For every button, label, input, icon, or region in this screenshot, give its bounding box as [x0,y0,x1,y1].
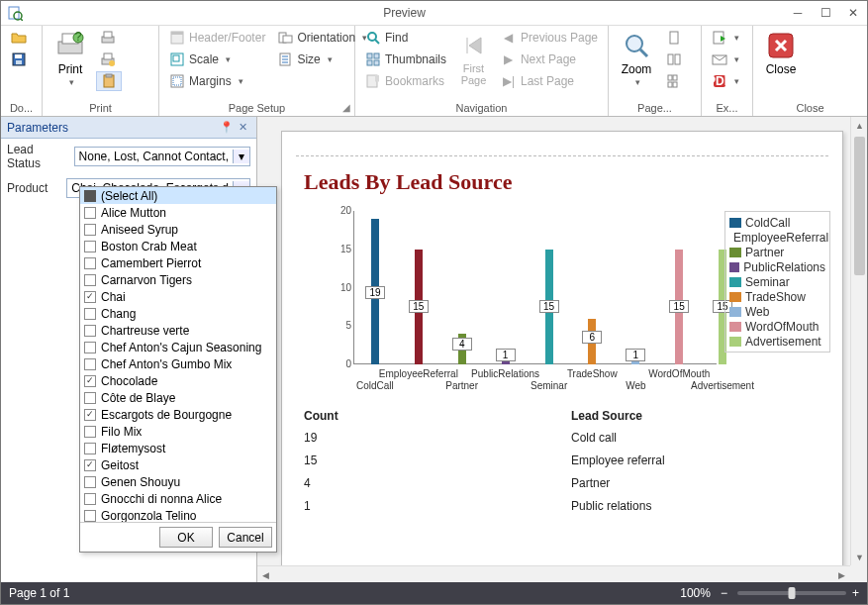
bookmarks-button[interactable]: Bookmarks [361,71,450,91]
checkbox[interactable]: ✓ [84,291,96,303]
dropdown-item[interactable]: Côte de Blaye [80,389,276,406]
margins-label: Margins [189,74,232,88]
scroll-up-icon[interactable]: ▲ [851,117,867,134]
close-button[interactable]: Close [759,28,803,93]
checkbox[interactable] [84,510,96,522]
print-options-button[interactable] [96,50,122,69]
print-button[interactable]: ? Print [48,28,92,93]
x-category-label: Web [626,380,645,391]
checkbox[interactable] [84,241,96,252]
dropdown-item[interactable]: Gnocchi di nonna Alice [80,490,276,507]
dropdown-item[interactable]: Gorgonzola Telino [80,507,276,522]
checkbox[interactable] [84,207,96,219]
margins-button[interactable]: Margins [165,71,269,91]
checkbox[interactable] [84,308,96,320]
prev-page-label: Previous Page [521,31,598,45]
group-label: Do... [7,101,36,116]
lead-status-combo[interactable]: None, Lost, Cannot Contact, ▾ [74,147,250,166]
dropdown-item[interactable]: Genen Shouyu [80,473,276,490]
checkbox[interactable]: ✓ [84,459,96,471]
zoom-mode2-button[interactable] [662,50,686,69]
zoom-value: 100% [680,586,711,600]
dropdown-item[interactable]: Camembert Pierrot [80,254,276,271]
panel-close-icon[interactable]: ✕ [235,121,250,134]
checkbox[interactable] [84,392,96,404]
export-button[interactable] [708,28,743,48]
dropdown-item[interactable]: ✓Chocolade [80,372,276,389]
pdf-button[interactable]: PDF [708,71,743,91]
close-window-button[interactable]: ✕ [839,1,867,25]
checkbox[interactable] [84,493,96,505]
checkbox[interactable] [84,274,96,286]
quick-print-button[interactable] [96,28,122,48]
table-row: 19Cold call [304,431,820,445]
dropdown-item[interactable]: Chartreuse verte [80,322,276,339]
zoom-out-button[interactable]: − [721,586,727,600]
close-label: Close [766,62,797,76]
dropdown-item[interactable]: Boston Crab Meat [80,238,276,254]
dropdown-item-label: Genen Shouyu [101,475,180,489]
checkbox[interactable] [84,358,96,370]
checkbox[interactable] [84,443,96,454]
dropdown-item[interactable]: (Select All) [80,187,276,204]
zoom-mode1-button[interactable] [662,28,686,48]
scroll-thumb[interactable] [854,137,865,275]
dropdown-item-label: Chai [101,290,126,304]
checkbox[interactable] [84,342,96,353]
dropdown-list[interactable]: (Select All)Alice MuttonAniseed SyrupBos… [80,187,276,522]
dropdown-item[interactable]: Carnarvon Tigers [80,271,276,288]
checkbox[interactable] [84,325,96,337]
email-button[interactable] [708,50,743,69]
scale-button[interactable]: Scale [165,50,269,69]
chart-bar: 15 [545,250,553,364]
header-footer-button[interactable]: Header/Footer [165,28,269,48]
scroll-left-icon[interactable]: ◀ [257,566,274,582]
clipboard-button[interactable] [96,71,122,91]
zoom-mode3-button[interactable] [662,71,686,91]
dropdown-item-label: Camembert Pierrot [101,256,201,270]
checkbox[interactable] [84,190,96,202]
first-page-button[interactable]: First Page [454,28,493,93]
chevron-down-icon[interactable]: ▾ [233,150,249,163]
dropdown-item[interactable]: Aniseed Syrup [80,221,276,238]
prev-page-button[interactable]: ◀Previous Page [497,28,602,48]
dropdown-item[interactable]: Chef Anton's Gumbo Mix [80,355,276,372]
maximize-button[interactable]: ☐ [812,1,839,25]
ok-button[interactable]: OK [159,527,213,548]
legend-label: EmployeeReferral [733,231,828,245]
dropdown-item[interactable]: Filo Mix [80,423,276,440]
checkbox[interactable] [84,476,96,488]
dropdown-item[interactable]: Chef Anton's Cajun Seasoning [80,339,276,355]
vertical-scrollbar[interactable]: ▲ ▼ [850,117,867,565]
scroll-right-icon[interactable]: ▶ [833,566,850,582]
zoom-slider[interactable] [737,591,846,595]
save-button[interactable] [7,50,31,69]
zoom-slider-thumb[interactable] [788,587,795,599]
dropdown-item[interactable]: ✓Chai [80,288,276,305]
open-button[interactable] [7,28,31,48]
cancel-button[interactable]: Cancel [219,527,272,548]
pin-icon[interactable]: 📍 [219,121,235,134]
scroll-down-icon[interactable]: ▼ [851,549,867,565]
zoom-button[interactable]: Zoom [615,28,658,93]
dropdown-item[interactable]: ✓Geitost [80,456,276,473]
zoom-in-button[interactable]: + [852,586,859,600]
last-page-button[interactable]: ▶|Last Page [497,71,602,91]
find-button[interactable]: Find [361,28,450,48]
horizontal-scrollbar[interactable]: ◀ ▶ [257,565,850,582]
minimize-button[interactable]: ─ [784,1,812,25]
dropdown-item[interactable]: Alice Mutton [80,204,276,221]
checkbox[interactable]: ✓ [84,409,96,421]
next-page-button[interactable]: ▶Next Page [497,50,602,69]
checkbox[interactable]: ✓ [84,375,96,387]
checkbox[interactable] [84,257,96,269]
dropdown-item[interactable]: Chang [80,305,276,322]
checkbox[interactable] [84,224,96,236]
dropdown-item[interactable]: ✓Escargots de Bourgogne [80,406,276,423]
dropdown-item-label: Geitost [101,458,139,472]
dropdown-item[interactable]: Fløtemysost [80,440,276,456]
scale-label: Scale [189,52,219,66]
page-setup-launcher[interactable]: ◢ [342,102,350,113]
thumbnails-button[interactable]: Thumbnails [361,50,450,69]
checkbox[interactable] [84,426,96,438]
